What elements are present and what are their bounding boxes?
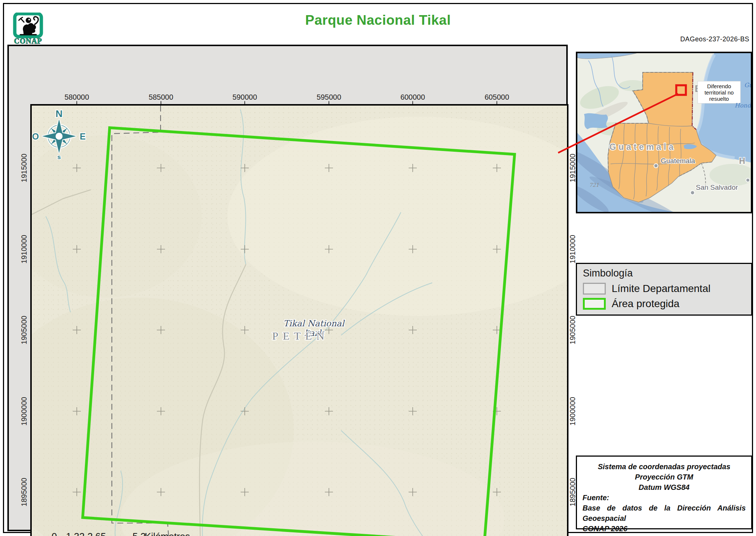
legend-item-label: Área protegida (612, 298, 680, 310)
scale-full: 5.3 (133, 531, 146, 536)
inset-lake-reservoir (584, 113, 608, 129)
sea-label-2: Hond (735, 102, 751, 109)
territorial-note-line1: Diferendo (707, 83, 731, 89)
x-tick-top-4: 600000 (396, 93, 429, 101)
scale-0: 0 (52, 531, 57, 536)
y-tick-left-3: 1900000 (7, 395, 41, 428)
y-tick-left-4: 1895000 (7, 475, 41, 509)
territorial-note-line2: territorial no (704, 89, 733, 96)
honduras-city-dot (746, 178, 750, 182)
map-canvas: N E O s Tikal National Park PETÉN 0 1.32… (30, 104, 568, 536)
credits-source-line3: Base de datos cartografía básica IGN 201… (583, 534, 746, 536)
inset-drawing: B Diferendo territorial no resuelto Guat… (577, 53, 751, 212)
compass-e-label: E (80, 131, 86, 141)
park-name-line1: Tikal National (283, 319, 345, 328)
x-tick-top-5: 605000 (480, 93, 513, 101)
credits-source-line2: CONAP 2026 (583, 523, 746, 534)
honduras-label: H o (739, 156, 751, 166)
y-tick-left-1: 1910000 (7, 233, 41, 266)
san-salvador-dot (691, 191, 695, 195)
credits-source-line1: Base de datos de la Dirección Análisis G… (583, 503, 746, 523)
locator-inset-map: B Diferendo territorial no resuelto Guat… (576, 52, 752, 213)
y-tick-left-2: 1905000 (7, 313, 41, 347)
departmental-limit-swatch (583, 283, 606, 295)
credits-datum: Datum WGS84 (583, 482, 746, 492)
credits-coordinate-system: Sistema de coordenadas proyectadas (583, 461, 746, 472)
department-name-label: PETÉN (272, 330, 329, 342)
y-tick-left-0: 1915000 (7, 151, 41, 185)
credits-projection: Proyección GTM (583, 472, 746, 482)
credits-box: Sistema de coordenadas proyectadas Proye… (576, 456, 752, 529)
document-id: DAGeos-237-2026-BS (576, 35, 749, 43)
scale-half: 2.65 (87, 531, 106, 536)
capital-city-label: Guatemala (661, 157, 695, 165)
scale-quarter: 1.32 (66, 531, 85, 536)
y-tick-right-3: 1900000 (556, 395, 589, 428)
legend-item-label: Límite Departamental (612, 283, 711, 295)
sea-label-1: Gu (744, 82, 751, 89)
road-number-label: 721 (589, 182, 599, 188)
map-panel: N E O s Tikal National Park PETÉN 0 1.32… (7, 45, 568, 531)
conap-logo: CONAP (10, 13, 46, 47)
compass-o-label: O (32, 131, 39, 141)
compass-n-label: N (56, 108, 63, 119)
legend: Simbología Límite Departamental Área pro… (576, 263, 752, 316)
x-tick-top-0: 580000 (60, 93, 93, 101)
scale-unit: Kilómetros (145, 531, 190, 536)
san-salvador-label: San Salvador (696, 183, 738, 191)
x-tick-top-2: 590000 (228, 93, 261, 101)
conap-logo-text: CONAP (14, 37, 42, 45)
capital-city-dot (654, 164, 658, 168)
territorial-note-line3: resuelto (709, 96, 729, 102)
legend-row-protected-area: Área protegida (583, 298, 745, 310)
map-drawing: N E O s Tikal National Park PETÉN 0 1.32… (32, 106, 567, 536)
y-tick-right-1: 1910000 (556, 233, 589, 266)
compass-s-label: s (57, 154, 61, 161)
country-label: Guatemala (609, 142, 676, 152)
page-title: Parque Nacional Tikal (193, 13, 563, 28)
x-tick-top-3: 595000 (312, 93, 346, 101)
protected-area-swatch (583, 298, 606, 310)
legend-title: Simbología (583, 268, 745, 279)
credits-source-heading: Fuente: (583, 492, 746, 503)
x-tick-top-1: 585000 (144, 93, 178, 101)
y-tick-right-2: 1905000 (556, 313, 589, 347)
legend-row-departmental: Límite Departamental (583, 283, 745, 295)
